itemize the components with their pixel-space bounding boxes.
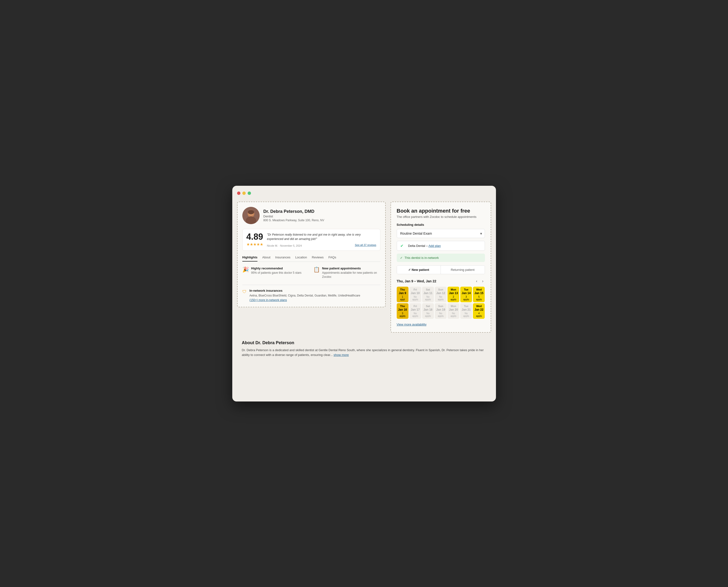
browser-dot-green <box>248 191 251 195</box>
cal-fri-jan10: Fri Jan 10 Noappts <box>409 287 421 302</box>
browser-dot-red <box>237 191 240 195</box>
browser-bar <box>237 191 491 196</box>
highlight-desc-2: Appointments available for new patients … <box>322 271 380 279</box>
insurance-name: Delta Dental – Add plan <box>408 244 441 248</box>
doctor-address: 800 S. Meadows Parkway, Suite 100, Reno,… <box>263 218 324 222</box>
cal-sun-jan12: Sun Jan 12 Noappts <box>435 287 447 302</box>
calendar-grid: Thu Jan 9 1appt Fri Jan 10 Noappts Sat J… <box>397 287 485 319</box>
tab-highlights[interactable]: Highlights <box>242 256 258 261</box>
cal-fri-jan17: Fri Jan 17 Noappts <box>409 303 421 319</box>
book-subtitle: The office partners with Zocdoc to sched… <box>397 215 485 218</box>
visit-type-select[interactable]: Routine Dental Exam New Patient Exam Eme… <box>397 229 485 238</box>
doctor-info: Dr. Debra Peterson, DMD Dentist 800 S. M… <box>263 209 324 222</box>
left-panel: Dr. Debra Peterson, DMD Dentist 800 S. M… <box>237 202 386 307</box>
insurance-title: In-network insurances <box>250 289 360 292</box>
add-plan-link[interactable]: Add plan <box>428 244 441 248</box>
view-more-availability-link[interactable]: View more availability <box>397 323 427 326</box>
highlight-text-block-2: New patient appointments Appointments av… <box>322 266 380 279</box>
insurance-details: In-network insurances Aetna, BlueCross B… <box>250 289 360 302</box>
insurance-section: 🛡 In-network insurances Aetna, BlueCross… <box>242 289 380 302</box>
rating-stars: ★★★★★ <box>246 242 263 246</box>
main-content: Dr. Debra Peterson, DMD Dentist 800 S. M… <box>237 202 491 333</box>
highlight-title-2: New patient appointments <box>322 266 380 270</box>
tab-insurances[interactable]: Insurances <box>275 256 290 261</box>
patient-toggle: ✓ New patient Returning patient <box>397 265 485 274</box>
about-text: Dr. Debra Peterson is a dedicated and sk… <box>242 348 486 358</box>
cal-tue-jan14[interactable]: Tue Jan 14 3appts <box>460 287 472 302</box>
rating-number: 4.89 <box>246 233 263 241</box>
checkmark-icon: ✓ <box>400 256 403 260</box>
next-week-button[interactable]: › <box>480 279 485 284</box>
in-network-badge: ✓ This dentist is in-network <box>397 254 485 262</box>
tab-reviews[interactable]: Reviews <box>312 256 324 261</box>
see-reviews-link[interactable]: See all 37 reviews <box>355 243 376 246</box>
highlight-desc-1: 95% of patients gave this doctor 5 stars <box>251 271 302 275</box>
new-patient-icon: 📋 <box>313 266 320 273</box>
new-patient-button[interactable]: ✓ New patient <box>397 265 441 274</box>
cal-wed-jan22[interactable]: Wed Jan 22 4appts <box>473 303 485 319</box>
browser-window: Dr. Debra Peterson, DMD Dentist 800 S. M… <box>232 186 496 401</box>
cal-thu-jan16[interactable]: Thu Jan 16 3appts <box>397 303 408 319</box>
tab-location[interactable]: Location <box>295 256 307 261</box>
insurance-row: ✔ Delta Dental – Add plan <box>397 241 485 251</box>
calendar-range: Thu, Jan 9 – Wed, Jan 22 <box>397 279 436 283</box>
visit-type-wrapper: Routine Dental Exam New Patient Exam Eme… <box>397 229 485 238</box>
review-block: "Dr Peterson really listened to me and g… <box>267 233 376 248</box>
tab-faqs[interactable]: FAQs <box>328 256 336 261</box>
shield-icon: 🛡 <box>242 289 246 294</box>
cal-mon-jan13[interactable]: Mon Jan 13 2appts <box>448 287 459 302</box>
rating-section: 4.89 ★★★★★ "Dr Peterson really listened … <box>242 229 380 251</box>
cal-sun-jan19: Sun Jan 19 Noappts <box>435 303 447 319</box>
svg-point-4 <box>248 210 254 214</box>
highlight-text-block: Highly recommended 95% of patients gave … <box>251 266 302 275</box>
cal-tue-jan21: Tue Jan 21 Noappts <box>460 303 472 319</box>
review-quote: "Dr Peterson really listened to me and g… <box>267 233 376 242</box>
cal-sat-jan18: Sat Jan 18 Noappts <box>422 303 434 319</box>
insurance-list: Aetna, BlueCross BlueShield, Cigna, Delt… <box>250 294 360 298</box>
about-text-content: Dr. Debra Peterson is a dedicated and sk… <box>242 348 484 357</box>
right-panel: Book an appointment for free The office … <box>391 202 491 333</box>
calendar-nav: ‹ › <box>475 279 485 284</box>
browser-dot-yellow <box>242 191 246 195</box>
nav-tabs: Highlights About Insurances Location Rev… <box>242 256 380 262</box>
divider <box>242 285 380 285</box>
tab-about[interactable]: About <box>262 256 271 261</box>
highlight-title-1: Highly recommended <box>251 266 302 270</box>
doctor-header: Dr. Debra Peterson, DMD Dentist 800 S. M… <box>242 207 380 224</box>
highlight-recommended: 🎉 Highly recommended 95% of patients gav… <box>242 266 309 279</box>
doctor-name: Dr. Debra Peterson, DMD <box>263 209 324 214</box>
about-section: About Dr. Debra Peterson Dr. Debra Peter… <box>237 341 491 358</box>
prev-week-button[interactable]: ‹ <box>475 279 479 284</box>
doctor-specialty: Dentist <box>263 214 324 218</box>
delta-dental-shield-icon: ✔ <box>400 243 403 248</box>
calendar-header: Thu, Jan 9 – Wed, Jan 22 ‹ › <box>397 279 485 284</box>
recommended-icon: 🎉 <box>242 266 249 273</box>
cal-thu-jan9[interactable]: Thu Jan 9 1appt <box>397 287 408 302</box>
returning-patient-button[interactable]: Returning patient <box>441 265 485 274</box>
cal-sat-jan11: Sat Jan 11 Noappts <box>422 287 434 302</box>
book-title: Book an appointment for free <box>397 208 485 214</box>
reviewer-name: Nicole M. · November 5, 2024 <box>267 244 302 247</box>
cal-wed-jan15[interactable]: Wed Jan 15 5appts <box>473 287 485 302</box>
scheduling-label: Scheduling details <box>397 223 485 227</box>
highlights-grid: 🎉 Highly recommended 95% of patients gav… <box>242 266 380 279</box>
cal-mon-jan20: Mon Jan 20 Noappts <box>448 303 459 319</box>
rating-block: 4.89 ★★★★★ <box>246 233 263 248</box>
in-network-text: This dentist is in-network <box>405 256 439 260</box>
avatar <box>242 207 260 224</box>
insurance-more-link[interactable]: (150+) more in-network plans <box>250 299 287 302</box>
show-more-link[interactable]: show more <box>334 353 349 357</box>
highlight-new-patient: 📋 New patient appointments Appointments … <box>313 266 380 279</box>
about-title: About Dr. Debra Peterson <box>242 341 486 345</box>
